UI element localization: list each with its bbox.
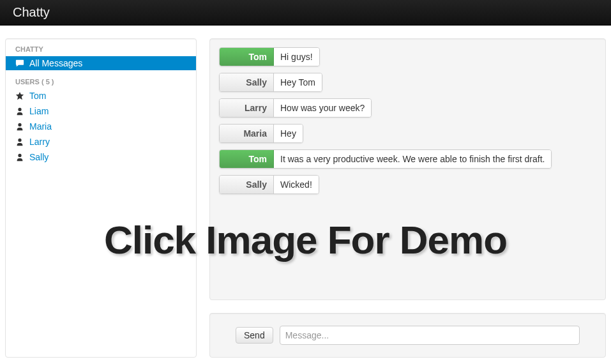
message-sender: Tom xyxy=(220,150,274,168)
message-row: SallyWicked! xyxy=(219,172,596,197)
message: TomIt was a very productive week. We wer… xyxy=(219,149,552,169)
user-label: Maria xyxy=(29,121,52,132)
message: TomHi guys! xyxy=(219,47,320,66)
user-list: TomLiamMariaLarrySally xyxy=(6,89,196,164)
message: SallyHey Tom xyxy=(219,73,322,92)
messages-pane[interactable]: TomHi guys!SallyHey TomLarryHow was your… xyxy=(209,38,606,300)
composer: Send xyxy=(209,313,606,358)
message-row: LarryHow was your week? xyxy=(219,95,596,121)
main-panel: TomHi guys!SallyHey TomLarryHow was your… xyxy=(209,38,606,358)
message-row: TomHi guys! xyxy=(219,44,596,70)
message-text: Hi guys! xyxy=(274,48,319,66)
message-row: MariaHey xyxy=(219,121,596,146)
message-text: Hey xyxy=(274,125,303,142)
message: SallyWicked! xyxy=(219,175,319,194)
main-container: CHATTY All Messages USERS ( 5 ) TomLiamM… xyxy=(0,26,611,363)
sidebar-user-sally[interactable]: Sally xyxy=(6,150,196,164)
sidebar-item-label: All Messages xyxy=(29,58,82,68)
message-row: SallyHey Tom xyxy=(219,70,596,95)
sidebar-user-maria[interactable]: Maria xyxy=(6,119,196,133)
message-sender: Maria xyxy=(220,125,274,142)
user-label: Liam xyxy=(29,106,49,116)
message-text: Hey Tom xyxy=(274,73,322,91)
navbar: Chatty xyxy=(0,0,611,26)
comment-icon xyxy=(15,59,24,68)
message-sender: Larry xyxy=(220,99,274,117)
message-row: TomIt was a very productive week. We wer… xyxy=(219,146,596,172)
message-text: How was your week? xyxy=(274,99,371,117)
sidebar-header-chatty: CHATTY xyxy=(6,39,196,55)
send-button[interactable]: Send xyxy=(236,327,273,344)
sidebar-user-tom[interactable]: Tom xyxy=(6,89,196,103)
message-input[interactable] xyxy=(280,326,580,345)
message: LarryHow was your week? xyxy=(219,98,372,118)
sidebar-item-all-messages[interactable]: All Messages xyxy=(6,56,196,70)
message-text: Wicked! xyxy=(274,176,319,193)
sidebar-header-users: USERS ( 5 ) xyxy=(6,72,196,87)
user-icon xyxy=(15,137,24,146)
message: MariaHey xyxy=(219,124,303,143)
user-icon xyxy=(15,107,24,116)
app-brand: Chatty xyxy=(13,5,50,20)
star-icon xyxy=(15,91,24,100)
user-label: Sally xyxy=(29,152,49,162)
user-icon xyxy=(15,122,24,131)
sidebar-user-liam[interactable]: Liam xyxy=(6,104,196,118)
user-icon xyxy=(15,153,24,162)
message-sender: Sally xyxy=(220,73,274,91)
message-text: It was a very productive week. We were a… xyxy=(274,150,551,168)
message-sender: Sally xyxy=(220,176,274,193)
sidebar-user-larry[interactable]: Larry xyxy=(6,135,196,149)
user-label: Tom xyxy=(29,91,46,101)
user-label: Larry xyxy=(29,137,50,147)
message-sender: Tom xyxy=(220,48,274,66)
sidebar: CHATTY All Messages USERS ( 5 ) TomLiamM… xyxy=(5,38,197,358)
